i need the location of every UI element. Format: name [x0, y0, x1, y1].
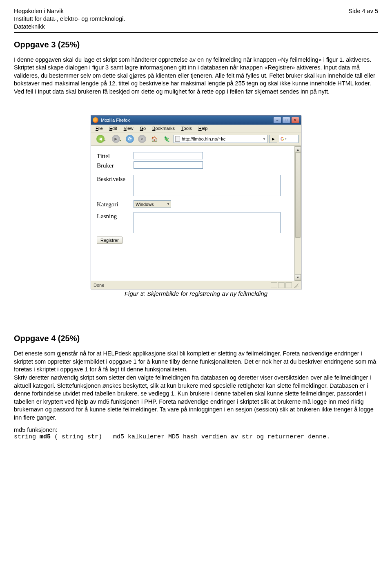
- task4-body: Det eneste som gjenstår nå for at HELPde…: [14, 350, 378, 422]
- menu-help[interactable]: Help: [196, 125, 211, 131]
- bruker-label: Bruker: [97, 161, 134, 169]
- nav-forward-button[interactable]: ►: [109, 134, 123, 144]
- kategori-label: Kategori: [97, 200, 134, 208]
- beskrivelse-label: Beskrivelse: [97, 175, 134, 183]
- address-bar-dropdown-icon[interactable]: ▼: [263, 137, 266, 141]
- kategori-select[interactable]: Windows ▼: [134, 200, 171, 208]
- status-segment: [278, 282, 285, 288]
- figure3-browser-window: Mozilla Firefox – □ × File Edit View Go …: [91, 115, 301, 289]
- statusbar: Done: [91, 281, 301, 289]
- menu-file[interactable]: File: [93, 125, 106, 131]
- header-department: Institutt for data-, elektro- og romtekn…: [14, 15, 340, 23]
- vertical-scrollbar[interactable]: ▲ ▼: [294, 146, 301, 281]
- go-button[interactable]: ▶: [269, 135, 277, 143]
- nav-reload-button[interactable]: ⟳: [125, 134, 135, 144]
- task3-title: Oppgave 3 (25%): [14, 40, 378, 49]
- menu-bookmarks[interactable]: Bookmarks: [149, 125, 178, 131]
- search-dropdown-icon[interactable]: ▾: [285, 137, 287, 141]
- tittel-label: Tittel: [97, 152, 134, 160]
- status-segment: [271, 282, 277, 288]
- header-page-number: Side 4 av 5: [340, 7, 378, 15]
- menu-tools-label: ools: [184, 126, 192, 131]
- window-minimize-button[interactable]: –: [273, 117, 281, 123]
- window-maximize-button[interactable]: □: [282, 117, 290, 123]
- figure3-caption: Figur 3: Skjermbilde for registrering av…: [14, 290, 378, 297]
- nav-back-button[interactable]: ◄: [94, 134, 107, 144]
- menu-go-label: o: [143, 126, 146, 131]
- toolbar: ◄ ► ⟳ × 🏠 🦎 http://limbo.hin.no/~kc ▼ ▶ …: [91, 132, 301, 146]
- losning-label: Løsning: [97, 212, 134, 220]
- losning-textarea[interactable]: [134, 212, 281, 233]
- google-icon: G: [281, 136, 284, 141]
- address-bar[interactable]: http://limbo.hin.no/~kc ▼: [174, 135, 267, 143]
- header-divider: [14, 32, 378, 33]
- scroll-thumb[interactable]: [295, 153, 301, 238]
- menu-view-label: iew: [127, 126, 134, 131]
- resize-grip-icon[interactable]: [293, 282, 298, 288]
- kategori-selected-value: Windows: [136, 202, 154, 207]
- chevron-down-icon: ▼: [167, 202, 170, 206]
- firefox-icon: [93, 117, 98, 123]
- page-header: Høgskolen i Narvik Institutt for data-, …: [14, 7, 378, 31]
- throbber-icon: 🦎: [163, 135, 170, 143]
- beskrivelse-textarea[interactable]: [134, 175, 281, 196]
- scroll-track[interactable]: [295, 153, 301, 274]
- md5-signature: string md5 ( string str) – md5 kalkulere…: [14, 433, 378, 441]
- nav-stop-button[interactable]: ×: [137, 134, 147, 144]
- window-title: Mozilla Firefox: [101, 118, 273, 123]
- menu-edit[interactable]: Edit: [107, 125, 120, 131]
- status-text: Done: [94, 283, 104, 288]
- menu-view[interactable]: View: [121, 125, 136, 131]
- page-icon: [175, 136, 180, 142]
- md5-heading: md5 funksjonen:: [14, 427, 378, 433]
- home-icon: 🏠: [151, 135, 158, 143]
- nav-home-button[interactable]: 🏠: [149, 134, 160, 144]
- menu-go[interactable]: Go: [137, 125, 149, 131]
- menu-tools[interactable]: Tools: [178, 125, 195, 131]
- scroll-down-button[interactable]: ▼: [295, 274, 301, 281]
- task4-title: Oppgave 4 (25%): [14, 334, 378, 343]
- nav-throbber: 🦎: [161, 134, 172, 144]
- registrer-button[interactable]: Registrer: [97, 237, 122, 244]
- status-segment: [285, 282, 292, 288]
- header-institution: Høgskolen i Narvik: [14, 7, 340, 15]
- header-program: Datateknikk: [14, 23, 340, 31]
- address-bar-text: http://limbo.hin.no/~kc: [182, 136, 261, 141]
- search-box[interactable]: G ▾: [279, 135, 298, 143]
- scroll-up-button[interactable]: ▲: [295, 146, 301, 153]
- tittel-input[interactable]: [134, 152, 203, 159]
- window-close-button[interactable]: ×: [291, 117, 299, 123]
- menu-file-label: ile: [98, 126, 103, 131]
- task3-body: I denne oppgaven skal du lage et skript …: [14, 56, 378, 96]
- menu-bookmarks-label: ookmarks: [155, 126, 175, 131]
- menu-help-label: elp: [202, 126, 208, 131]
- menu-edit-label: dit: [112, 126, 117, 131]
- bruker-input[interactable]: [134, 161, 203, 169]
- menubar: File Edit View Go Bookmarks Tools Help: [91, 125, 301, 132]
- window-titlebar: Mozilla Firefox – □ ×: [91, 116, 301, 125]
- browser-content: Tittel Bruker Beskrivelse Kategori: [91, 146, 301, 281]
